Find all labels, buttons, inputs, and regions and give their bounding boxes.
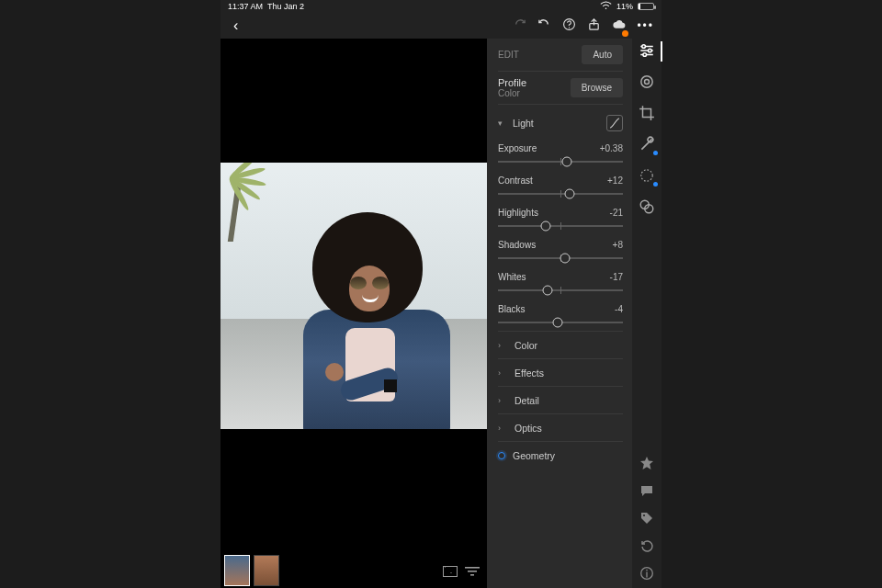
slider-value: -4	[615, 304, 623, 314]
slider-value: +8	[613, 240, 623, 250]
slider-contrast: Contrast+12	[498, 170, 623, 202]
slider-track[interactable]	[498, 252, 623, 265]
crop-tool-icon[interactable]	[639, 105, 655, 121]
slider-label: Whites	[498, 272, 526, 282]
chevron-right-icon: ›	[498, 396, 507, 405]
svg-point-2	[569, 27, 570, 28]
chevron-right-icon: ›	[498, 368, 507, 378]
top-toolbar: ‹ •••	[220, 13, 662, 39]
slider-track[interactable]	[498, 220, 623, 232]
cloud-badge-icon	[622, 30, 628, 37]
slider-knob[interactable]	[564, 189, 574, 199]
slider-label: Highlights	[498, 208, 538, 218]
tone-curve-icon[interactable]	[606, 115, 623, 131]
section-label: Effects	[514, 368, 544, 379]
browse-button[interactable]: Browse	[571, 78, 623, 97]
battery-pct: 11%	[616, 2, 633, 11]
slider-track[interactable]	[498, 284, 623, 297]
slider-knob[interactable]	[560, 254, 571, 264]
presets-tool-icon[interactable]	[639, 198, 655, 215]
comment-icon[interactable]	[639, 483, 654, 498]
profile-label: Profile	[498, 77, 526, 88]
slider-blacks: Blacks-4	[498, 299, 623, 331]
section-label: Detail	[514, 395, 539, 406]
slider-value: +0.38	[600, 143, 623, 153]
svg-point-10	[641, 76, 652, 87]
photo-preview[interactable]	[220, 163, 487, 429]
tag-icon[interactable]	[639, 511, 654, 526]
edit-label: EDIT	[498, 50, 519, 60]
filmstrip-filter-icon[interactable]	[461, 565, 483, 586]
svg-point-0	[605, 7, 607, 9]
svg-point-11	[645, 80, 650, 85]
svg-point-7	[642, 45, 646, 49]
app-frame: 11:37 AM Thu Jan 2 11% ‹	[220, 0, 662, 588]
more-button[interactable]: •••	[637, 19, 654, 32]
status-bar: 11:37 AM Thu Jan 2 11%	[220, 0, 662, 13]
profiles-tool-icon[interactable]	[639, 74, 655, 90]
thumbnail-selected[interactable]	[224, 555, 250, 586]
svg-point-16	[643, 514, 645, 516]
status-date: Thu Jan 2	[267, 2, 304, 11]
thumbnail[interactable]	[254, 555, 279, 586]
help-icon[interactable]	[562, 17, 576, 35]
info-icon[interactable]	[639, 566, 654, 581]
reset-icon[interactable]	[639, 538, 654, 553]
mail-icon[interactable]	[443, 566, 458, 577]
back-button[interactable]: ‹	[228, 16, 243, 36]
wifi-icon	[600, 1, 612, 12]
svg-point-13	[641, 170, 652, 181]
slider-label: Shadows	[498, 240, 536, 250]
slider-knob[interactable]	[553, 318, 563, 328]
slider-value: -17	[610, 272, 623, 282]
slider-highlights: Highlights-21	[498, 202, 623, 234]
geometry-section[interactable]: Geometry	[498, 441, 623, 469]
svg-rect-5	[468, 571, 477, 572]
filmstrip	[220, 553, 487, 588]
light-section-label[interactable]: Light	[513, 118, 534, 129]
chevron-right-icon: ›	[498, 424, 507, 433]
slider-knob[interactable]	[561, 157, 571, 167]
profile-value: Color	[498, 88, 526, 98]
slider-value: -21	[610, 208, 623, 218]
undo-icon[interactable]	[537, 17, 551, 35]
slider-value: +12	[607, 175, 623, 186]
svg-rect-6	[470, 574, 474, 576]
tool-rail	[632, 39, 662, 588]
slider-whites: Whites-17	[498, 266, 623, 299]
slider-track[interactable]	[498, 187, 623, 200]
status-time: 11:37 AM	[228, 2, 263, 11]
masking-tool-icon[interactable]	[639, 167, 655, 184]
section-effects[interactable]: ›Effects	[498, 358, 623, 386]
slider-track[interactable]	[498, 155, 623, 168]
slider-shadows: Shadows+8	[498, 234, 623, 266]
redo-icon[interactable]	[513, 17, 526, 35]
section-label: Color	[514, 340, 537, 351]
svg-point-9	[643, 53, 647, 57]
chevron-down-icon[interactable]: ▾	[498, 119, 507, 128]
slider-knob[interactable]	[540, 221, 550, 232]
star-icon[interactable]	[639, 456, 654, 470]
battery-icon	[638, 3, 654, 10]
cloud-sync-icon[interactable]	[612, 17, 626, 35]
share-icon[interactable]	[587, 17, 601, 35]
auto-button[interactable]: Auto	[582, 45, 623, 64]
slider-track[interactable]	[498, 316, 623, 329]
chevron-right-icon: ›	[498, 341, 507, 350]
image-canvas	[220, 39, 487, 588]
geometry-indicator-icon	[498, 452, 505, 459]
healing-tool-icon[interactable]	[639, 136, 655, 153]
edit-panel: EDIT Auto Profile Color Browse ▾ Light	[487, 39, 632, 588]
section-detail[interactable]: ›Detail	[498, 386, 623, 413]
section-color[interactable]: ›Color	[498, 331, 623, 358]
adjust-tool-icon[interactable]	[639, 42, 655, 59]
svg-point-8	[649, 49, 652, 52]
section-optics[interactable]: ›Optics	[498, 413, 623, 441]
svg-point-18	[646, 570, 648, 571]
slider-exposure: Exposure+0.38	[498, 138, 623, 170]
section-label: Optics	[514, 423, 542, 434]
slider-knob[interactable]	[543, 286, 553, 296]
slider-label: Contrast	[498, 175, 533, 186]
slider-label: Blacks	[498, 304, 525, 314]
svg-rect-4	[465, 567, 480, 569]
